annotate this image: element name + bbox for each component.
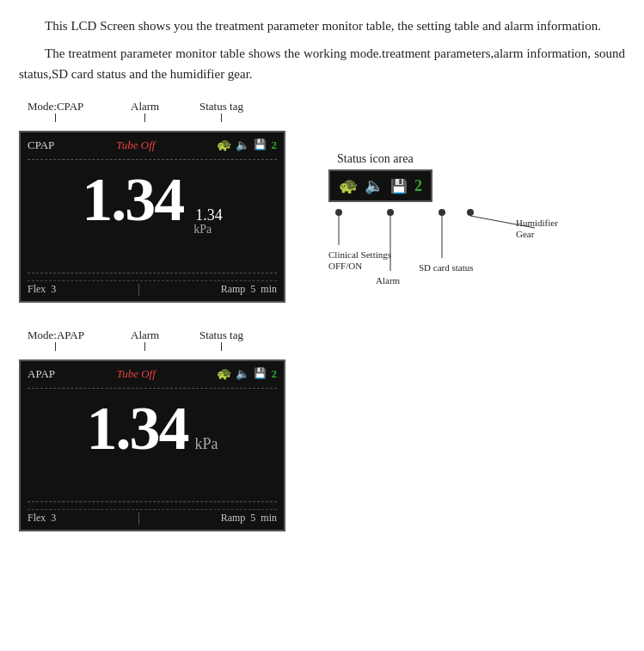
- cpap-mode-label: Mode:CPAP: [28, 100, 83, 122]
- apap-labels-row: Mode:APAP Alarm Status tag: [19, 329, 285, 359]
- sd-label-text: SD card status: [419, 262, 474, 273]
- status-sound-icon: 🔈: [365, 176, 383, 195]
- status-sd-icon: 💾: [390, 178, 408, 194]
- cpap-sound-icon: 🔈: [236, 138, 249, 152]
- cpap-alarm-display: Tube Off: [116, 138, 155, 152]
- apap-container: Mode:APAP Alarm Status tag APAP Tube Off: [19, 329, 285, 531]
- cpap-flex-val: 3: [51, 283, 56, 296]
- svg-text:OFF/ON: OFF/ON: [328, 261, 362, 271]
- status-icon-box: 🐢 🔈 💾 2: [328, 169, 432, 202]
- sd-dot: [439, 209, 445, 216]
- cpap-mode-tick: [55, 114, 56, 122]
- apap-mode-tick: [55, 342, 56, 351]
- apap-humidifier-icon: 2: [271, 367, 277, 381]
- cpap-divider-bottom: [28, 273, 277, 273]
- apap-bottom-divider: [138, 513, 139, 525]
- cpap-big-number: 1.34: [82, 169, 183, 230]
- apap-flex-val: 3: [51, 512, 56, 525]
- cpap-alarm-tick: [144, 114, 145, 122]
- apap-mode-label: Mode:APAP: [28, 329, 84, 351]
- cpap-divider-top: [28, 159, 277, 160]
- cpap-clinical-icon: 🐢: [217, 138, 231, 152]
- apap-status-label: Status tag: [199, 329, 243, 351]
- humidifier-label-line1: Humidifier: [516, 218, 558, 228]
- status-icon-area-title: Status icon area: [337, 151, 414, 166]
- cpap-mode-display: CPAP: [28, 138, 54, 152]
- apap-lcd-screen: APAP Tube Off 🐢 🔈 💾 2 1.34 kPa: [19, 359, 285, 531]
- cpap-bottom-bar: Flex 3 Ramp 5 min: [28, 280, 277, 296]
- cpap-status-icons: 🐢 🔈 💾 2: [217, 138, 277, 152]
- apap-ramp-unit: min: [261, 512, 277, 525]
- cpap-ramp-item: Ramp 5 min: [221, 283, 277, 296]
- apap-flex-item: Flex 3: [28, 512, 56, 525]
- apap-alarm-tick: [144, 342, 145, 351]
- cpap-top-bar: CPAP Tube Off 🐢 🔈 💾 2: [28, 138, 277, 152]
- cpap-bottom-divider: [138, 284, 139, 296]
- intro-paragraph-1: This LCD Screen shows you the treatment …: [19, 15, 625, 36]
- apap-status-icons: 🐢 🔈 💾 2: [217, 366, 277, 381]
- apap-bottom-bar: Flex 3 Ramp 5 min: [28, 509, 277, 525]
- apap-sound-icon: 🔈: [236, 367, 249, 381]
- cpap-alarm-label: Alarm: [131, 100, 159, 122]
- apap-alarm-display: Tube Off: [117, 367, 156, 381]
- cpap-ramp-label: Ramp: [221, 283, 246, 296]
- apap-divider-bottom: [28, 501, 277, 502]
- cpap-unit: kPa: [193, 223, 212, 236]
- cpap-container: Mode:CPAP Alarm Status tag CPAP Tube Off: [19, 100, 285, 303]
- apap-status-tick: [221, 342, 222, 351]
- apap-top-bar: APAP Tube Off 🐢 🔈 💾 2: [28, 366, 277, 381]
- apap-mode-display: APAP: [28, 367, 55, 381]
- cpap-main-value: 1.34 1.34 kPa: [28, 163, 277, 269]
- alarm-dot: [387, 209, 394, 216]
- apap-ramp-val: 5: [250, 512, 255, 525]
- cpap-flex-label: Flex: [28, 283, 46, 296]
- main-layout: Mode:CPAP Alarm Status tag CPAP Tube Off: [19, 100, 625, 531]
- cpap-ramp-val: 5: [250, 283, 255, 296]
- apap-flex-label: Flex: [28, 512, 46, 525]
- cpap-flex-item: Flex 3: [28, 283, 56, 296]
- apap-big-number: 1.34: [87, 397, 188, 459]
- clinical-label-text: Clinical Settings: [328, 249, 391, 260]
- apap-clinical-icon: 🐢: [217, 366, 231, 381]
- apap-sd-icon: 💾: [254, 367, 267, 380]
- status-annotation-svg: Clinical Settings OFF/ON Alarm SD card s…: [328, 211, 595, 314]
- left-column: Mode:CPAP Alarm Status tag CPAP Tube Off: [19, 100, 285, 531]
- cpap-humidifier-icon: 2: [271, 138, 277, 152]
- cpap-sd-icon: 💾: [254, 138, 267, 151]
- clinical-dot: [335, 209, 342, 216]
- cpap-status-label: Status tag: [199, 100, 243, 122]
- humidifier-dot: [467, 209, 474, 216]
- right-column: Status icon area 🐢 🔈 💾 2 Cli: [328, 151, 595, 314]
- cpap-status-tick: [221, 114, 222, 122]
- apap-alarm-label: Alarm: [131, 329, 159, 351]
- cpap-labels-row: Mode:CPAP Alarm Status tag: [19, 100, 285, 131]
- intro-paragraph-2: The treatment parameter monitor table sh…: [19, 43, 625, 84]
- humidifier-label-line2: Gear: [516, 229, 535, 239]
- apap-divider-top: [28, 388, 277, 389]
- alarm-label-text: Alarm: [376, 275, 401, 286]
- status-clinical-icon: 🐢: [339, 176, 358, 195]
- cpap-small-number: 1.34: [195, 207, 223, 223]
- apap-ramp-label: Ramp: [221, 512, 246, 525]
- status-humidifier-icon: 2: [414, 177, 422, 195]
- cpap-ramp-unit: min: [261, 283, 277, 296]
- apap-ramp-item: Ramp 5 min: [221, 512, 277, 525]
- apap-main-value: 1.34 kPa: [28, 392, 277, 498]
- cpap-lcd-screen: CPAP Tube Off 🐢 🔈 💾 2 1.34 1.34 kPa: [19, 131, 285, 303]
- apap-unit: kPa: [195, 435, 218, 453]
